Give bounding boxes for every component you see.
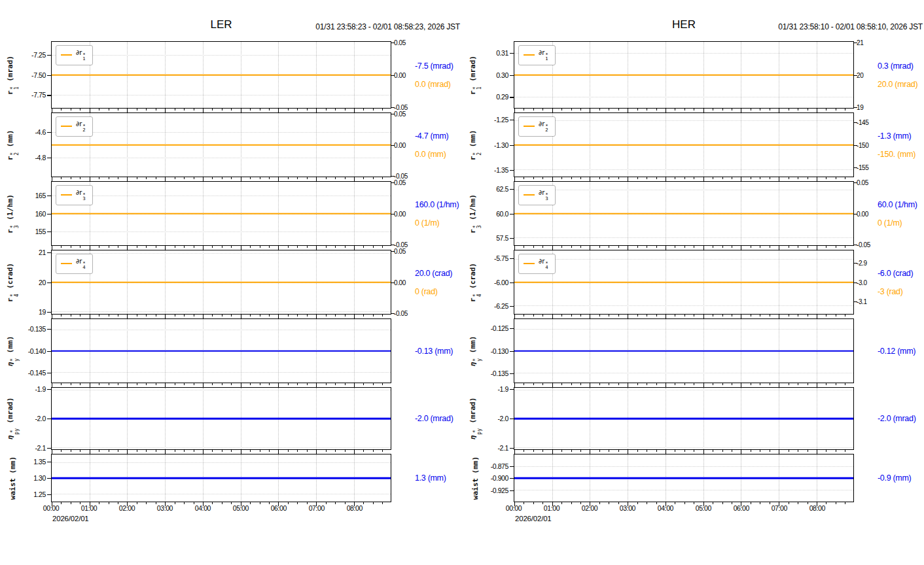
legend: ∂r*1	[518, 45, 556, 65]
x-minor-tick	[542, 450, 543, 452]
label-subscript: 2	[82, 128, 85, 133]
right-tick-mark	[854, 182, 857, 183]
x-minor-tick	[722, 109, 723, 111]
y-tick-mark	[510, 478, 514, 479]
x-minor-tick	[335, 502, 336, 504]
x-minor-tick	[732, 246, 732, 248]
right-tick-mark	[391, 251, 395, 252]
x-minor-tick	[826, 383, 826, 385]
right-tick-label: -145	[857, 118, 868, 126]
annotation-value: -0.13 (mm)	[415, 347, 453, 356]
x-minor-tick	[80, 109, 80, 111]
x-minor-tick	[571, 246, 572, 248]
x-minor-tick	[250, 177, 251, 179]
right-tick-mark	[391, 43, 395, 43]
grid-line-h	[514, 447, 853, 448]
y-tick-mark	[510, 351, 514, 352]
x-minor-tick	[146, 315, 147, 317]
x-minor-tick	[137, 315, 137, 317]
right-tick-label: 0.05	[394, 39, 406, 46]
x-minor-tick	[109, 383, 109, 385]
x-minor-tick	[580, 450, 581, 452]
x-minor-tick	[175, 450, 175, 452]
x-minor-tick	[250, 109, 251, 111]
x-minor-tick	[363, 450, 364, 452]
x-minor-tick	[231, 315, 232, 317]
label-subscript: 1	[14, 86, 20, 90]
legend-label: ∂r*4	[76, 258, 86, 270]
x-minor-tick	[826, 450, 826, 452]
x-minor-tick	[118, 383, 118, 385]
y-tick-mark	[47, 329, 51, 330]
x-minor-tick	[798, 450, 798, 452]
x-minor-tick	[222, 246, 222, 248]
data-line-r1	[514, 74, 853, 76]
x-minor-tick	[571, 383, 572, 385]
label-subscript: 2	[14, 152, 20, 155]
x-minor-tick	[345, 109, 346, 111]
label-subsup: *4	[11, 294, 20, 297]
y-tick-mark	[510, 389, 514, 390]
x-minor-tick	[222, 502, 222, 504]
y-tick-mark	[47, 494, 51, 495]
grid-line-h	[514, 329, 853, 330]
plot-area-waist	[514, 454, 854, 502]
grid-line-h	[52, 132, 391, 133]
x-minor-tick	[808, 383, 808, 385]
grid-line-h	[514, 237, 853, 238]
plot-area-r4: ∂r*4	[514, 250, 854, 315]
x-minor-tick	[760, 109, 760, 111]
x-minor-tick	[770, 450, 770, 452]
x-minor-tick	[175, 246, 175, 248]
x-minor-tick	[118, 450, 118, 452]
right-tick-mark	[391, 282, 395, 283]
x-minor-tick	[542, 109, 543, 111]
x-minor-tick	[524, 450, 524, 452]
plot-area-r4: ∂r*4	[51, 250, 391, 315]
label-subsup: *1	[82, 54, 85, 61]
label-subscript: 4	[545, 265, 548, 270]
y-axis-label-r1: r*1 (mrad)	[6, 56, 20, 95]
x-minor-tick	[335, 450, 336, 452]
x-minor-tick	[647, 383, 647, 385]
x-minor-tick	[109, 177, 109, 179]
y-tick-label: -0.125	[471, 324, 508, 332]
x-minor-tick	[297, 109, 298, 111]
annotation-value: 20.0 (crad)	[415, 269, 452, 278]
x-minor-tick	[99, 450, 99, 452]
x-tick-label: 05:00	[689, 504, 718, 512]
x-minor-tick	[770, 109, 770, 111]
x-minor-tick	[533, 315, 534, 317]
label-subsup: *3	[11, 225, 20, 228]
right-tick-label: -3.0	[857, 279, 867, 286]
y-tick-mark	[47, 196, 51, 196]
right-tick-mark	[391, 176, 395, 177]
x-minor-tick	[260, 450, 260, 452]
x-minor-tick	[146, 502, 147, 504]
x-minor-tick	[732, 177, 732, 179]
y-axis-label-r3: r*3 (1/hm)	[469, 194, 482, 233]
x-minor-tick	[80, 246, 80, 248]
x-minor-tick	[751, 246, 751, 248]
x-minor-tick	[288, 315, 289, 317]
x-minor-tick	[297, 502, 298, 504]
annotation-value: -2.0 (mrad)	[878, 414, 916, 423]
right-tick-mark	[854, 263, 857, 264]
x-minor-tick	[307, 315, 308, 317]
x-minor-tick	[713, 450, 713, 452]
label-subsup: *py	[11, 428, 20, 435]
x-minor-tick	[675, 450, 675, 452]
x-tick-label: 00:00	[499, 504, 528, 512]
x-minor-tick	[713, 109, 713, 111]
y-tick-label: 62.5	[471, 185, 508, 193]
x-minor-tick	[647, 315, 647, 317]
x-minor-tick	[542, 383, 543, 385]
x-minor-tick	[118, 177, 118, 179]
x-minor-tick	[524, 315, 524, 317]
plot-area-r1: ∂r*1	[514, 41, 854, 109]
y-axis-label-r4: r*4 (crad)	[469, 263, 482, 302]
x-minor-tick	[307, 177, 308, 179]
grid-line-h	[514, 305, 853, 306]
x-minor-tick	[609, 246, 609, 248]
x-minor-tick	[713, 383, 713, 385]
